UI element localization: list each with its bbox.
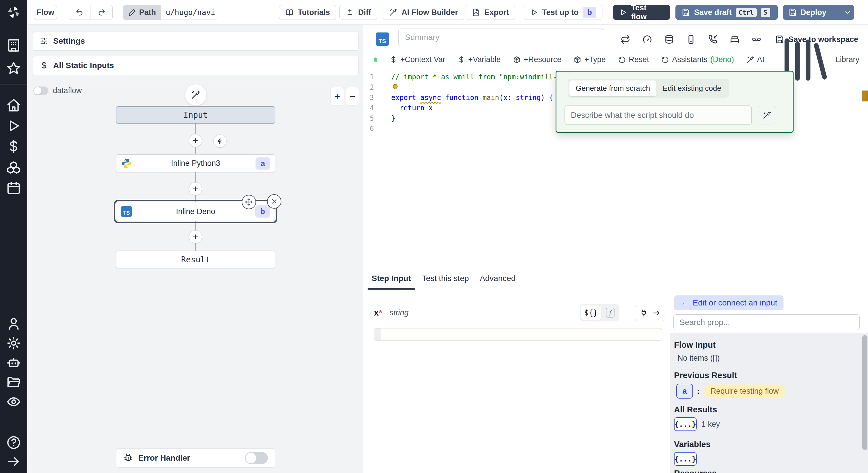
help-icon[interactable] [0,435,27,450]
ai-flow-builder-button[interactable]: AI Flow Builder [383,5,464,20]
all-results-row: {...} 1 key [674,417,868,431]
prop-scrollbar-thumb[interactable] [862,335,867,450]
arrow-right-icon[interactable] [0,454,27,469]
ai-describe-input[interactable] [564,105,752,125]
voicemail-icon[interactable] [752,34,762,44]
flow-mode-button[interactable]: Flow [34,5,57,20]
step-tabbar: Step InputTest this stepAdvanced [363,272,861,290]
field-x-input[interactable] [381,328,662,340]
add-step-button[interactable] [189,182,202,195]
field-input-gutter[interactable] [374,328,381,340]
toolbar-variable-button[interactable]: +Variable [457,55,501,64]
settings-card[interactable]: Settings [33,32,359,51]
add-step-button[interactable] [189,134,202,147]
bed-icon[interactable] [730,34,740,44]
ai-wand-button[interactable] [185,84,207,106]
boxes-icon[interactable] [0,160,27,175]
gauge-icon[interactable] [642,34,652,44]
all-results-braces[interactable]: {...} [674,417,697,431]
summary-input[interactable] [398,28,604,46]
path-segment: Path [123,5,161,20]
trigger-button[interactable] [213,134,226,148]
ai-generate-button[interactable] [757,106,776,124]
all-static-inputs-card[interactable]: All Static Inputs [33,56,359,75]
book-open-icon [285,8,294,17]
error-handler-card[interactable]: Error Handler [116,448,275,468]
deploy-dropdown[interactable] [840,8,856,17]
undo-button[interactable] [69,5,91,20]
toolbar-assistants-button[interactable]: Assistants(Deno) [661,55,734,64]
toolbar-contextvar-button[interactable]: +Context Var [390,55,445,64]
all-static-inputs-label: All Static Inputs [53,61,114,70]
dataflow-toggle[interactable] [33,87,48,95]
toolbar-type-button[interactable]: +Type [574,55,606,64]
tab-step-input[interactable]: Step Input [368,274,415,290]
settings-label: Settings [53,36,85,46]
repeat-icon[interactable] [621,34,630,44]
settings-icon[interactable] [0,336,27,351]
database-icon[interactable] [664,34,674,44]
node-input[interactable]: Input [116,106,275,124]
test-flow-button[interactable]: Test flow [613,5,670,20]
flow-input-empty: No items ([]) [674,354,868,362]
tutorials-button[interactable]: Tutorials [279,5,336,20]
path-value: u/hugo/navi [161,8,217,17]
field-input-wrapper [374,328,662,341]
test-up-to-label: Test up to [542,8,579,17]
wand-icon [746,56,754,64]
home-icon[interactable] [0,98,27,113]
topbar: Flow Path u/hugo/navi Tutorials Diff AI … [27,0,868,25]
eye-icon[interactable] [0,394,27,409]
deploy-button[interactable]: Deploy [783,5,854,20]
dollar-icon[interactable] [0,139,27,154]
toolbar-resource-button[interactable]: +Resource [513,55,561,64]
zoom-out-button[interactable]: − [346,87,359,105]
toolbar-ai-button[interactable]: AI [746,55,765,64]
tab-test-this-step[interactable]: Test this step [418,274,473,290]
phone-incoming-icon[interactable] [708,34,718,44]
calendar-icon[interactable] [0,181,27,195]
path-editor[interactable]: Path u/hugo/navi [123,5,217,20]
tutorials-label: Tutorials [298,8,330,17]
path-label: Path [139,8,156,17]
windmill-logo[interactable] [0,0,27,25]
node-inline-python[interactable]: Inline Python3 a [116,154,275,172]
diff-button[interactable]: Diff [339,5,377,20]
building-icon[interactable] [0,38,27,53]
tab-advanced[interactable]: Advanced [476,274,520,290]
windmill-flow-builder: Flow Path u/hugo/navi Tutorials Diff AI … [0,0,868,473]
previous-result-row[interactable]: a : Require testing flow [674,384,868,399]
folder-icon[interactable] [0,375,27,390]
user-icon[interactable] [0,316,27,331]
template-mode-button[interactable]: ${} [581,306,601,320]
zoom-in-button[interactable]: + [331,87,344,105]
smartphone-icon[interactable] [686,34,696,44]
code-editor-panel: TS Save to workspace +Context Var+Variab… [363,25,868,272]
previous-result-badge[interactable]: a [676,384,693,399]
language-badge[interactable]: TS [376,32,389,46]
variables-braces[interactable]: {...} [674,452,697,466]
move-icon [245,198,253,206]
error-handler-toggle[interactable] [245,452,268,464]
move-step-button[interactable] [242,195,256,209]
tab-edit-existing-code[interactable]: Edit existing code [656,81,728,96]
star-icon[interactable] [0,61,27,76]
tab-generate-from-scratch[interactable]: Generate from scratch [569,81,656,96]
delete-step-button[interactable] [267,194,281,209]
arrow-right-icon[interactable] [652,309,661,317]
test-up-to-button[interactable]: Test up tob [524,5,602,20]
search-prop-input[interactable] [674,314,860,330]
toolbar-reset-button[interactable]: Reset [618,55,649,64]
zoom-out-label: − [350,91,355,102]
previous-result-value: Require testing flow [704,384,785,398]
save-draft-button[interactable]: Save draftCtrlS [676,5,778,20]
node-result[interactable]: Result [116,251,275,269]
plug-icon[interactable] [640,309,648,317]
export-button[interactable]: Export [466,5,515,20]
add-step-button[interactable] [189,230,202,243]
bot-icon[interactable] [0,355,27,370]
function-mode-button[interactable]: f [602,306,618,320]
play-icon[interactable] [0,118,27,133]
edit-or-connect-button[interactable]: ←Edit or connect an input [674,295,783,310]
redo-button[interactable] [91,5,113,20]
